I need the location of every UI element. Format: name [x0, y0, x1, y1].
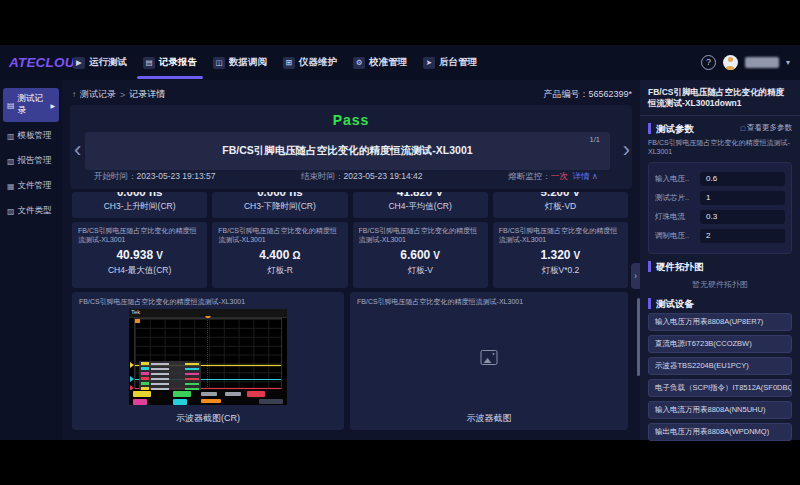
breadcrumb-icon: ↑ [72, 90, 76, 99]
nav-instrument-maintenance[interactable]: ⊞ 仪器维护 [283, 56, 337, 69]
avatar[interactable] [723, 55, 738, 70]
device-item[interactable]: 输入电流万用表8808A(NN5UHU) [648, 401, 792, 419]
top-right-controls: ? ▾ [701, 45, 790, 80]
chevron-up-icon: ∧ [592, 171, 598, 181]
app-logo: ATECLOUD [9, 55, 69, 70]
param-row: 调制电压.. 2 [655, 229, 785, 243]
run-test-icon: ▶ [73, 57, 85, 69]
result-value: 6.600V [359, 248, 482, 262]
avatar-body [725, 66, 735, 70]
ch1-scale-chip [133, 391, 151, 397]
product-number-value: 56562399* [588, 89, 632, 99]
sidebar-item-file-type-label: 文件类型 [18, 205, 52, 217]
ch4-scale-chip [173, 399, 187, 405]
ch2-chip [141, 367, 149, 370]
sidebar-item-file-type[interactable]: ▨ 文件类型 [3, 200, 59, 222]
detail-link[interactable]: 详情 ∧ [572, 171, 598, 181]
sidebar-item-template-management[interactable]: ▥ 模板管理 [3, 125, 59, 147]
result-cards-row2: FB/CS引脚电压随占空比变化的精度恒流测试-XL3001 40.938V CH… [72, 222, 628, 288]
scope-reference-marker [135, 319, 140, 323]
scope-ch2-marker [130, 376, 134, 382]
param-row: 测试芯片.. 1 [655, 191, 785, 205]
avatar-head [728, 57, 733, 62]
top-bar: ATECLOUD ▶ 运行测试 ▤ 记录报告 ◫ 数据调阅 ⊞ 仪器维护 [0, 45, 800, 80]
help-icon[interactable]: ? [701, 55, 716, 70]
result-label: CH4-平均值(CR) [353, 201, 488, 213]
math-chip [141, 382, 149, 385]
missing-screenshot-caption: 示波器截图 [350, 412, 628, 425]
nav-instrument-maintenance-label: 仪器维护 [299, 56, 337, 69]
value-unit: Ω [292, 250, 300, 261]
params-section-title: 测试参数 [648, 123, 694, 134]
scope-measurement-panel [139, 361, 201, 391]
device-item[interactable]: 输入电压万用表8808A(UP8ER7) [648, 313, 792, 331]
result-card-test-name: FB/CS引脚电压随占空比变化的精度恒流测试-XL3001 [499, 226, 622, 245]
device-list: 输入电压万用表8808A(UP8ER7) 直流电源IT6723B(CCOZBW)… [640, 313, 800, 441]
carousel-prev-icon[interactable]: ‹ [74, 137, 81, 163]
result-card-test-name: FB/CS引脚电压随占空比变化的精度恒流测试-XL3001 [78, 226, 201, 245]
device-item[interactable]: 直流电源IT6723B(CCOZBW) [648, 335, 792, 353]
topology-section-header: 硬件拓扑图 [648, 261, 792, 272]
measurement-value [185, 378, 199, 380]
main-nav: ▶ 运行测试 ▤ 记录报告 ◫ 数据调阅 ⊞ 仪器维护 ⚙ 校准管理 [73, 56, 477, 69]
username-redacted [745, 57, 779, 68]
param-value: 0.3 [700, 210, 785, 224]
nav-calibration-management[interactable]: ⚙ 校准管理 [353, 56, 407, 69]
param-label: 调制电压.. [655, 231, 700, 241]
result-value: 0.000 ns [212, 192, 347, 198]
sidebar-item-file-management[interactable]: ▦ 文件管理 [3, 175, 59, 197]
measurement-value [185, 383, 199, 385]
admin-icon: ➤ [423, 57, 435, 69]
carousel-next-icon[interactable]: › [623, 137, 630, 163]
start-time-value: 2023-05-23 19:13:57 [137, 171, 216, 181]
ch4-chip [141, 377, 149, 380]
result-card-test-name: FB/CS引脚电压随占空比变化的精度恒流测试-XL3001 [359, 226, 482, 245]
topology-section-title: 硬件拓扑图 [648, 261, 704, 272]
param-value: 0.6 [700, 172, 785, 186]
result-card: FB/CS引脚电压随占空比变化的精度恒流测试-XL3001 1.320V 灯板V… [493, 222, 628, 288]
report-management-icon: ▧ [7, 157, 15, 166]
chevron-down-icon[interactable]: ▾ [786, 58, 790, 67]
sidebar-item-test-records-label: 测试记录 [18, 93, 48, 117]
right-panel: › FB/CS引脚电压随占空比变化的精度恒流测试-XL3001down1 测试参… [640, 80, 800, 440]
data-review-icon: ◫ [213, 57, 225, 69]
result-card: FB/CS引脚电压随占空比变化的精度恒流测试-XL3001 4.400Ω 灯板-… [212, 222, 347, 288]
param-label: 输入电压.. [655, 174, 700, 184]
result-carousel: Pass ‹ › 1/1 FB/CS引脚电压随占空比变化的精度恒流测试-XL30… [70, 105, 632, 189]
sidebar-item-report-management-label: 报告管理 [18, 155, 52, 167]
timebase-text [201, 392, 217, 396]
nav-admin[interactable]: ➤ 后台管理 [423, 56, 477, 69]
start-time-label: 开始时间： [94, 171, 137, 181]
end-time-value: 2023-05-23 19:14:42 [344, 171, 423, 181]
result-value: 1.320V [499, 248, 622, 262]
measurement-text [151, 378, 169, 380]
ch3-scale-chip [133, 399, 147, 405]
params-icon: □ [741, 125, 745, 132]
view-more-params-link[interactable]: □查看更多参数 [741, 123, 792, 133]
chevron-right-icon: ▶ [50, 102, 55, 109]
test-records-icon: ▤ [7, 101, 15, 110]
nav-data-review[interactable]: ◫ 数据调阅 [213, 56, 267, 69]
sidebar-item-report-management[interactable]: ▧ 报告管理 [3, 150, 59, 172]
fuse-monitor: 熔断监控：一次 详情 ∧ [508, 171, 598, 183]
nav-record-report[interactable]: ▤ 记录报告 [143, 56, 197, 69]
result-value: 0.000 ns [72, 192, 207, 198]
start-time: 开始时间：2023-05-23 19:13:57 [94, 171, 215, 183]
carousel-times: 开始时间：2023-05-23 19:13:57 结束时间：2023-05-23… [94, 171, 598, 183]
sidebar-item-test-records[interactable]: ▤ 测试记录 ▶ [3, 88, 59, 122]
panel-collapse-handle[interactable]: › [631, 263, 640, 289]
carousel-title-bar[interactable]: 1/1 FB/CS引脚电压随占空比变化的精度恒流测试-XL3001 [85, 132, 610, 170]
result-value: 40.938V [78, 248, 201, 262]
measurement-value [185, 363, 199, 365]
trigger-readout [201, 399, 221, 403]
device-item[interactable]: 示波器TBS2204B(EU1PCY) [648, 357, 792, 375]
device-item[interactable]: 电子负载（SCPI指令）IT8512A(SF0DBQ) [648, 379, 792, 397]
breadcrumb-current: 记录详情 [129, 88, 165, 101]
view-more-params-label: 查看更多参数 [747, 123, 792, 133]
nav-run-test[interactable]: ▶ 运行测试 [73, 56, 127, 69]
device-item[interactable]: 输出电压万用表8808A(WPDNMQ) [648, 423, 792, 441]
result-value: 41.820 V [353, 192, 488, 198]
oscilloscope-screenshot[interactable]: Tek [129, 309, 287, 405]
breadcrumb-parent[interactable]: 测试记录 [80, 88, 116, 101]
result-card: FB/CS引脚电压随占空比变化的精度恒流测试-XL3001 40.938V CH… [72, 222, 207, 288]
